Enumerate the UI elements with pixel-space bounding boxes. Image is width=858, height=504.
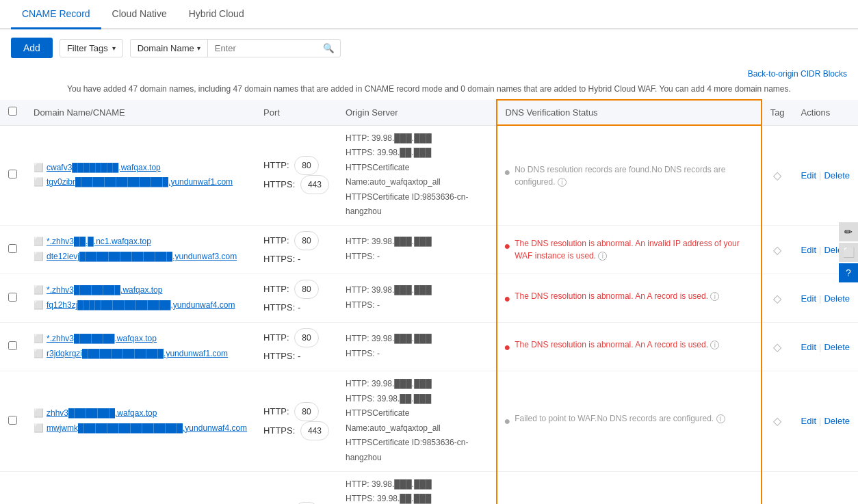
domain-cell: ⬜ *.zhhv3████████.wafqax.top⬜ fq12h3zj██… (25, 274, 255, 323)
filter-tags-dropdown[interactable]: Filter Tags ▾ (60, 39, 123, 57)
dns-status-text: Failed to point to WAF.No DNS records ar… (515, 412, 725, 425)
domain-name-chevron-icon: ▾ (197, 44, 200, 52)
row-checkbox-3[interactable] (8, 341, 17, 350)
dns-status-dot: ● (504, 164, 511, 181)
tag-cell[interactable]: ◇ (762, 274, 793, 323)
port-http-badge: 80 (294, 231, 318, 250)
row-checkbox-1[interactable] (8, 244, 17, 253)
side-help-icon[interactable]: ? (839, 263, 858, 282)
dns-info-icon[interactable]: i (558, 178, 567, 187)
port-cell: HTTP: 80HTTPS: 443 (255, 125, 337, 226)
edit-link[interactable]: Edit (801, 245, 816, 255)
dns-status-dot: ● (504, 339, 511, 356)
port-https-badge: 443 (300, 421, 329, 440)
back-to-origin-link[interactable]: Back-to-origin CIDR Blocks (748, 69, 847, 79)
row-checkbox-4[interactable] (8, 416, 17, 425)
port-https-badge: 443 (300, 175, 329, 194)
dns-info-icon[interactable]: i (716, 414, 725, 423)
dns-info-icon[interactable]: i (710, 341, 719, 349)
delete-link[interactable]: Delete (824, 416, 850, 426)
col-header-domain: Domain Name/CNAME (25, 100, 255, 125)
edit-link[interactable]: Edit (801, 342, 816, 352)
dns-cell: ●The DNS resolution is abnormal. An A re… (497, 323, 762, 371)
delete-link[interactable]: Delete (824, 342, 850, 352)
dns-status-text: The DNS resolution is abnormal. An A rec… (515, 339, 719, 351)
table-row: ⬜ *.zhhv3███████.wafqax.top⬜ r3jdqkrgzi█… (0, 323, 858, 371)
domain-cell: ⬜ zhhv3████████.wafqax.top⬜ mwjwmk██████… (25, 371, 255, 472)
dns-status-dot: ● (504, 238, 511, 254)
dns-cell: ●Failed to point to WAF.No DNS records a… (497, 371, 762, 472)
row-checkbox-0[interactable] (8, 170, 17, 178)
table-row: ⬜ cwafv3████████.wafqax.top⬜ tgv0zibr███… (0, 125, 858, 226)
side-edit-icon[interactable]: ✏ (839, 222, 858, 241)
origin-cell: HTTP: 39.98.███.███HTTPS: - (337, 274, 497, 323)
domain-cell: ⬜ *.zhhv3██.█.nc1.wafqax.top⬜ dte12ievj█… (25, 226, 255, 274)
table-row: ⬜ zhhv3████████.wafqax.top⬜ 9tqapkext███… (0, 471, 858, 504)
domain-name-dropdown[interactable]: Domain Name ▾ (131, 40, 208, 57)
delete-link[interactable]: Delete (824, 170, 850, 181)
action-separator: | (819, 245, 821, 255)
action-separator: | (819, 342, 821, 352)
actions-cell: Edit|Delete (793, 471, 858, 504)
delete-link[interactable]: Delete (824, 293, 850, 304)
search-button[interactable]: 🔍 (317, 40, 340, 57)
tag-icon[interactable]: ◇ (773, 170, 781, 181)
col-header-actions: Actions (793, 100, 858, 125)
domain-name-filter: Domain Name ▾ 🔍 (130, 39, 341, 57)
dns-cell: ●The DNS resolution is abnormal. An inva… (497, 226, 762, 274)
port-cell: HTTP: 80HTTPS: 443 (255, 371, 337, 472)
edit-link[interactable]: Edit (801, 170, 816, 181)
dns-status-text: No DNS resolution records are found.No D… (515, 163, 753, 188)
col-header-tag: Tag (762, 100, 793, 125)
port-cell: HTTP: 80HTTPS: - (255, 274, 337, 323)
add-button[interactable]: Add (11, 38, 53, 58)
dns-status-dot: ● (504, 291, 511, 307)
side-export-icon[interactable]: ⬜ (839, 243, 858, 262)
actions-cell: Edit|Delete (793, 371, 858, 472)
col-header-port: Port (255, 100, 337, 125)
tag-cell[interactable]: ◇ (762, 371, 793, 472)
tag-cell[interactable]: ◇ (762, 471, 793, 504)
dns-status-text: The DNS resolution is abnormal. An inval… (515, 237, 753, 262)
dns-status-text: The DNS resolution is abnormal. An A rec… (515, 290, 719, 302)
port-http-badge: 80 (294, 402, 318, 421)
dns-cell: ●No DNS resolution records are found.No … (497, 125, 762, 226)
domain-cell: ⬜ cwafv3████████.wafqax.top⬜ tgv0zibr███… (25, 125, 255, 226)
dns-cell: ●The DNS resolution is abnormal. An A re… (497, 274, 762, 323)
tab-hybrid-cloud[interactable]: Hybrid Cloud (178, 0, 255, 29)
info-text: You have added 47 domain names, includin… (0, 81, 858, 99)
tag-icon[interactable]: ◇ (773, 244, 781, 256)
dns-info-icon[interactable]: i (598, 252, 607, 261)
edit-link[interactable]: Edit (801, 293, 816, 304)
tag-cell[interactable]: ◇ (762, 226, 793, 274)
tag-icon[interactable]: ◇ (773, 341, 781, 353)
actions-cell: Edit|Delete (793, 125, 858, 226)
dns-info-icon[interactable]: i (710, 292, 719, 301)
origin-cell: HTTP: 39.98.███.███HTTPS: 39.98.██.███HT… (337, 471, 497, 504)
select-all-checkbox[interactable] (8, 107, 17, 116)
edit-link[interactable]: Edit (801, 416, 816, 426)
back-to-origin-bar: Back-to-origin CIDR Blocks (0, 66, 858, 81)
port-http-badge: 80 (294, 328, 318, 347)
action-separator: | (819, 293, 821, 304)
domain-cell: ⬜ *.zhhv3███████.wafqax.top⬜ r3jdqkrgzi█… (25, 323, 255, 371)
action-separator: | (819, 416, 821, 426)
filter-tags-label: Filter Tags (67, 43, 108, 53)
origin-cell: HTTP: 39.98.███.███HTTPS: - (337, 226, 497, 274)
port-cell: HTTP: 80HTTPS: - (255, 226, 337, 274)
search-input[interactable] (208, 40, 317, 57)
tab-cname[interactable]: CNAME Record (11, 0, 101, 29)
tag-icon[interactable]: ◇ (773, 293, 781, 304)
select-all-header[interactable] (0, 100, 25, 125)
port-http-badge: 80 (294, 156, 318, 175)
row-checkbox-2[interactable] (8, 293, 17, 302)
tab-cloud-native[interactable]: Cloud Native (101, 0, 178, 29)
side-icon-panel: ✏ ⬜ ? (839, 222, 858, 282)
tag-icon[interactable]: ◇ (773, 415, 781, 427)
tag-cell[interactable]: ◇ (762, 125, 793, 226)
action-separator: | (819, 170, 821, 181)
tag-cell[interactable]: ◇ (762, 323, 793, 371)
origin-cell: HTTP: 39.98.███.███HTTPS: 39.98.██.███HT… (337, 125, 497, 226)
origin-cell: HTTP: 39.98.███.███HTTPS: - (337, 323, 497, 371)
table-row: ⬜ zhhv3████████.wafqax.top⬜ mwjwmk██████… (0, 371, 858, 472)
